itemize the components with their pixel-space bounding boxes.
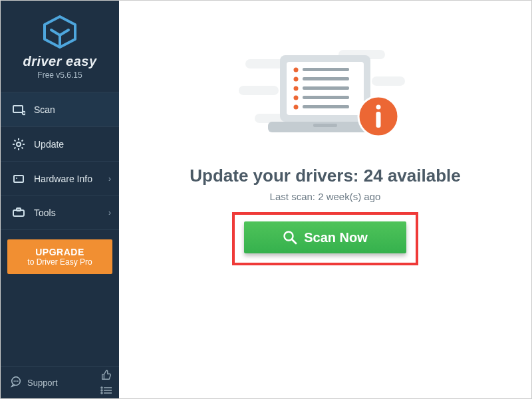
sidebar-item-label: Tools bbox=[34, 207, 56, 218]
svg-point-43 bbox=[294, 96, 299, 100]
svg-rect-31 bbox=[372, 76, 405, 86]
svg-rect-42 bbox=[303, 86, 349, 90]
svg-line-11 bbox=[22, 147, 23, 148]
sidebar-bottom: Support bbox=[1, 366, 119, 398]
svg-rect-30 bbox=[239, 86, 279, 95]
svg-line-4 bbox=[25, 114, 26, 116]
svg-point-20 bbox=[15, 380, 17, 382]
svg-point-49 bbox=[376, 105, 381, 110]
svg-point-3 bbox=[23, 111, 25, 114]
svg-line-52 bbox=[292, 239, 296, 243]
svg-point-45 bbox=[294, 105, 299, 110]
scan-icon bbox=[10, 103, 27, 116]
svg-rect-44 bbox=[303, 96, 349, 99]
laptop-illustration bbox=[239, 47, 412, 154]
sidebar-item-scan[interactable]: Scan bbox=[1, 92, 119, 126]
sidebar-item-label: Hardware Info bbox=[34, 174, 92, 184]
svg-point-39 bbox=[294, 77, 299, 82]
sidebar: driver easy Free v5.6.15 Scan Update bbox=[1, 1, 119, 398]
svg-line-13 bbox=[15, 147, 16, 148]
svg-point-15 bbox=[16, 178, 17, 179]
svg-line-10 bbox=[15, 140, 16, 141]
svg-rect-36 bbox=[313, 124, 337, 127]
last-scan-text: Last scan: 2 week(s) ago bbox=[119, 191, 531, 202]
sidebar-item-label: Update bbox=[34, 139, 64, 150]
scan-button-label: Scan Now bbox=[304, 230, 368, 245]
svg-rect-14 bbox=[14, 176, 23, 182]
upgrade-label-1: UPGRADE bbox=[7, 247, 112, 257]
gear-icon bbox=[10, 138, 27, 151]
tools-icon bbox=[10, 206, 27, 219]
svg-point-19 bbox=[13, 380, 15, 382]
upgrade-label-2: to Driver Easy Pro bbox=[7, 257, 112, 267]
svg-point-26 bbox=[101, 392, 102, 394]
headline: Update your drivers: 24 available bbox=[119, 166, 531, 186]
brand-version: Free v5.6.15 bbox=[1, 70, 119, 80]
sidebar-item-hardware-info[interactable]: Hardware Info › bbox=[1, 161, 119, 196]
svg-line-12 bbox=[22, 140, 23, 141]
app-logo-icon bbox=[42, 15, 78, 49]
scan-now-button[interactable]: Scan Now bbox=[244, 221, 406, 253]
annotation-highlight-box: Scan Now bbox=[232, 212, 418, 265]
svg-point-37 bbox=[294, 68, 299, 72]
hardware-icon bbox=[10, 172, 27, 186]
headline-prefix: Update your drivers: bbox=[190, 166, 364, 186]
app-window: — ✕ driver easy Free v5.6.15 Scan bbox=[0, 0, 532, 399]
chat-icon[interactable] bbox=[10, 376, 22, 390]
sidebar-item-tools[interactable]: Tools › bbox=[1, 196, 119, 230]
svg-rect-50 bbox=[376, 112, 381, 128]
svg-rect-2 bbox=[13, 106, 23, 112]
upgrade-button[interactable]: UPGRADE to Driver Easy Pro bbox=[7, 239, 112, 274]
svg-point-22 bbox=[101, 387, 102, 388]
svg-point-5 bbox=[17, 142, 21, 146]
brand-block: driver easy Free v5.6.15 bbox=[1, 1, 119, 89]
support-link[interactable]: Support bbox=[27, 378, 58, 388]
svg-point-24 bbox=[101, 390, 102, 391]
sidebar-item-update[interactable]: Update bbox=[1, 126, 119, 161]
svg-point-41 bbox=[294, 86, 299, 91]
sidebar-item-label: Scan bbox=[34, 104, 55, 115]
search-icon bbox=[283, 230, 297, 245]
thumbs-up-icon[interactable] bbox=[100, 369, 112, 384]
chevron-right-icon: › bbox=[108, 208, 111, 217]
available-count: 24 bbox=[364, 166, 383, 186]
sidebar-nav: Scan Update Hardware Info › Tools bbox=[1, 92, 119, 230]
svg-rect-40 bbox=[303, 77, 349, 80]
svg-rect-38 bbox=[303, 68, 349, 71]
svg-rect-46 bbox=[303, 105, 349, 108]
svg-point-21 bbox=[17, 380, 19, 382]
chevron-right-icon: › bbox=[108, 174, 111, 184]
headline-suffix: available bbox=[383, 166, 461, 186]
main-panel: Update your drivers: 24 available Last s… bbox=[119, 1, 531, 398]
brand-name: driver easy bbox=[1, 54, 119, 69]
list-icon[interactable] bbox=[100, 385, 112, 397]
